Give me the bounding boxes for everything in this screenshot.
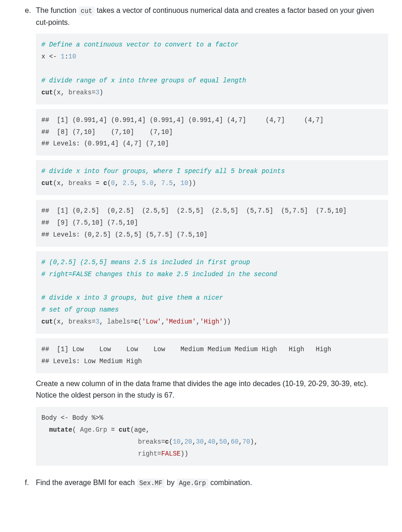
code-block-1: # Define a continuous vector to convert …	[36, 34, 388, 104]
inline-code-agegrp: Age.Grp	[177, 479, 208, 488]
list-content-e: The function cut takes a vector of conti…	[36, 5, 388, 470]
list-marker-f: f.	[25, 477, 36, 489]
item-f-text: Find the average BMI for each Sex.MF by …	[36, 477, 388, 489]
output-block-3: ## [1] Low Low Low Low Medium Medium Med…	[36, 338, 388, 373]
output-block-1: ## [1] (0.991,4] (0.991,4] (0.991,4] (0.…	[36, 109, 388, 156]
code-block-3: # (0,2.5] (2.5,5] means 2.5 is included …	[36, 251, 388, 334]
code-block-2: # divide x into four groups, where I spe…	[36, 160, 388, 195]
inline-code-sexmf: Sex.MF	[137, 479, 165, 488]
list-item-e: e. The function cut takes a vector of co…	[9, 5, 393, 470]
item-e-para2: Create a new column of in the data frame…	[36, 378, 388, 401]
list-marker-e: e.	[25, 5, 36, 17]
list-content-f: Find the average BMI for each Sex.MF by …	[36, 477, 388, 494]
item-e-intro: The function cut takes a vector of conti…	[36, 5, 388, 28]
output-block-2: ## [1] (0,2.5] (0,2.5] (2.5,5] (2.5,5] (…	[36, 200, 388, 247]
list-item-f: f. Find the average BMI for each Sex.MF …	[9, 477, 393, 494]
inline-code-cut: cut	[79, 6, 95, 16]
code-block-4: Body <- Body %>% mutate( Age.Grp = cut(a…	[36, 407, 388, 466]
